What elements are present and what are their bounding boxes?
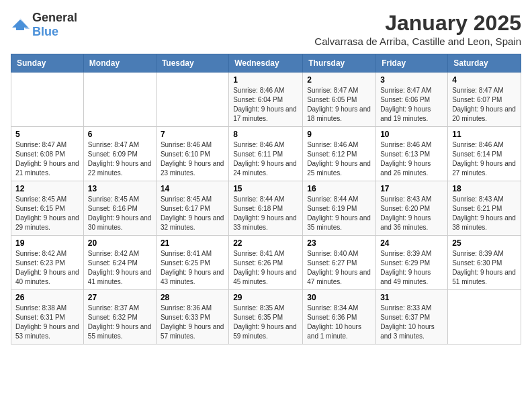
calendar-day-cell: 4Sunrise: 8:47 AMSunset: 6:07 PMDaylight…: [448, 73, 521, 127]
day-info: Sunrise: 8:47 AMSunset: 6:08 PMDaylight:…: [15, 140, 79, 178]
calendar-day-cell: 3Sunrise: 8:47 AMSunset: 6:06 PMDaylight…: [376, 73, 448, 127]
day-info: Sunrise: 8:47 AMSunset: 6:09 PMDaylight:…: [88, 140, 152, 178]
day-info: Sunrise: 8:46 AMSunset: 6:13 PMDaylight:…: [380, 140, 443, 178]
day-info: Sunrise: 8:44 AMSunset: 6:18 PMDaylight:…: [233, 195, 298, 232]
day-number: 3: [380, 75, 443, 85]
calendar-day-cell: 16Sunrise: 8:44 AMSunset: 6:19 PMDayligh…: [303, 181, 376, 236]
day-number: 27: [88, 293, 152, 302]
day-number: 26: [15, 293, 79, 302]
calendar-day-cell: 26Sunrise: 8:38 AMSunset: 6:31 PMDayligh…: [11, 290, 84, 345]
day-info: Sunrise: 8:40 AMSunset: 6:27 PMDaylight:…: [307, 249, 371, 287]
day-info: Sunrise: 8:42 AMSunset: 6:23 PMDaylight:…: [15, 249, 79, 287]
calendar-day-cell: 14Sunrise: 8:45 AMSunset: 6:17 PMDayligh…: [156, 181, 228, 236]
day-info: Sunrise: 8:46 AMSunset: 6:12 PMDaylight:…: [307, 140, 371, 178]
calendar-day-cell: 8Sunrise: 8:46 AMSunset: 6:11 PMDaylight…: [229, 127, 303, 181]
day-info: Sunrise: 8:45 AMSunset: 6:15 PMDaylight:…: [15, 195, 79, 232]
day-number: 22: [233, 238, 298, 248]
day-info: Sunrise: 8:34 AMSunset: 6:36 PMDaylight:…: [307, 304, 371, 341]
day-number: 7: [161, 130, 224, 139]
calendar-day-cell: 9Sunrise: 8:46 AMSunset: 6:12 PMDaylight…: [303, 127, 376, 181]
day-number: 10: [380, 130, 443, 139]
calendar-day-cell: 7Sunrise: 8:46 AMSunset: 6:10 PMDaylight…: [156, 127, 228, 181]
day-info: Sunrise: 8:47 AMSunset: 6:06 PMDaylight:…: [380, 86, 443, 124]
day-number: 19: [15, 238, 79, 248]
day-number: 1: [233, 75, 298, 85]
logo-icon: [11, 18, 30, 32]
calendar-day-cell: 19Sunrise: 8:42 AMSunset: 6:23 PMDayligh…: [11, 236, 84, 290]
calendar-day-cell: 12Sunrise: 8:45 AMSunset: 6:15 PMDayligh…: [11, 181, 84, 236]
weekday-header: Saturday: [448, 54, 521, 73]
weekday-header-row: SundayMondayTuesdayWednesdayThursdayFrid…: [11, 54, 521, 73]
logo: General Blue: [11, 11, 77, 39]
day-number: 23: [307, 238, 371, 248]
day-number: 16: [307, 184, 371, 193]
month-title: January 2025: [314, 11, 521, 36]
day-number: 15: [233, 184, 298, 193]
day-info: Sunrise: 8:47 AMSunset: 6:05 PMDaylight:…: [307, 86, 371, 124]
calendar-day-cell: [11, 73, 84, 127]
day-number: 30: [307, 293, 371, 302]
calendar-day-cell: 25Sunrise: 8:39 AMSunset: 6:30 PMDayligh…: [448, 236, 521, 290]
calendar-day-cell: [448, 290, 521, 345]
calendar-day-cell: 13Sunrise: 8:45 AMSunset: 6:16 PMDayligh…: [83, 181, 156, 236]
day-number: 9: [307, 130, 371, 139]
day-info: Sunrise: 8:39 AMSunset: 6:29 PMDaylight:…: [380, 249, 443, 287]
day-number: 12: [15, 184, 79, 193]
weekday-header: Wednesday: [229, 54, 303, 73]
calendar-day-cell: 27Sunrise: 8:37 AMSunset: 6:32 PMDayligh…: [83, 290, 156, 345]
calendar-day-cell: 28Sunrise: 8:36 AMSunset: 6:33 PMDayligh…: [156, 290, 228, 345]
day-number: 21: [161, 238, 224, 248]
day-number: 25: [452, 238, 517, 248]
calendar-day-cell: 21Sunrise: 8:41 AMSunset: 6:25 PMDayligh…: [156, 236, 228, 290]
logo-blue: Blue: [32, 25, 58, 38]
calendar-day-cell: 20Sunrise: 8:42 AMSunset: 6:24 PMDayligh…: [83, 236, 156, 290]
day-info: Sunrise: 8:47 AMSunset: 6:07 PMDaylight:…: [452, 86, 517, 124]
calendar-day-cell: 1Sunrise: 8:46 AMSunset: 6:04 PMDaylight…: [229, 73, 303, 127]
calendar-day-cell: 10Sunrise: 8:46 AMSunset: 6:13 PMDayligh…: [376, 127, 448, 181]
day-info: Sunrise: 8:41 AMSunset: 6:26 PMDaylight:…: [233, 249, 298, 287]
calendar-day-cell: [156, 73, 228, 127]
day-number: 13: [88, 184, 152, 193]
day-number: 8: [233, 130, 298, 139]
day-info: Sunrise: 8:46 AMSunset: 6:04 PMDaylight:…: [233, 86, 298, 124]
day-number: 18: [452, 184, 517, 193]
day-number: 17: [380, 184, 443, 193]
day-number: 28: [161, 293, 224, 302]
day-number: 24: [380, 238, 443, 248]
day-info: Sunrise: 8:43 AMSunset: 6:21 PMDaylight:…: [452, 195, 517, 232]
day-number: 14: [161, 184, 224, 193]
weekday-header: Tuesday: [156, 54, 228, 73]
weekday-header: Sunday: [11, 54, 84, 73]
calendar-day-cell: 22Sunrise: 8:41 AMSunset: 6:26 PMDayligh…: [229, 236, 303, 290]
day-info: Sunrise: 8:33 AMSunset: 6:37 PMDaylight:…: [380, 304, 443, 341]
calendar-day-cell: 17Sunrise: 8:43 AMSunset: 6:20 PMDayligh…: [376, 181, 448, 236]
calendar-week-row: 26Sunrise: 8:38 AMSunset: 6:31 PMDayligh…: [11, 290, 521, 345]
day-info: Sunrise: 8:36 AMSunset: 6:33 PMDaylight:…: [161, 304, 224, 341]
calendar-week-row: 5Sunrise: 8:47 AMSunset: 6:08 PMDaylight…: [11, 127, 521, 181]
day-info: Sunrise: 8:45 AMSunset: 6:16 PMDaylight:…: [88, 195, 152, 232]
day-number: 5: [15, 130, 79, 139]
weekday-header: Monday: [83, 54, 156, 73]
calendar-day-cell: 2Sunrise: 8:47 AMSunset: 6:05 PMDaylight…: [303, 73, 376, 127]
calendar-week-row: 1Sunrise: 8:46 AMSunset: 6:04 PMDaylight…: [11, 73, 521, 127]
calendar-day-cell: 11Sunrise: 8:46 AMSunset: 6:14 PMDayligh…: [448, 127, 521, 181]
calendar-day-cell: 30Sunrise: 8:34 AMSunset: 6:36 PMDayligh…: [303, 290, 376, 345]
day-number: 2: [307, 75, 371, 85]
calendar-day-cell: 5Sunrise: 8:47 AMSunset: 6:08 PMDaylight…: [11, 127, 84, 181]
day-info: Sunrise: 8:39 AMSunset: 6:30 PMDaylight:…: [452, 249, 517, 287]
day-info: Sunrise: 8:43 AMSunset: 6:20 PMDaylight:…: [380, 195, 443, 232]
day-info: Sunrise: 8:42 AMSunset: 6:24 PMDaylight:…: [88, 249, 152, 287]
calendar-day-cell: 18Sunrise: 8:43 AMSunset: 6:21 PMDayligh…: [448, 181, 521, 236]
day-info: Sunrise: 8:46 AMSunset: 6:14 PMDaylight:…: [452, 140, 517, 178]
day-number: 20: [88, 238, 152, 248]
day-info: Sunrise: 8:45 AMSunset: 6:17 PMDaylight:…: [161, 195, 224, 232]
day-info: Sunrise: 8:46 AMSunset: 6:11 PMDaylight:…: [233, 140, 298, 178]
logo-general: General: [32, 11, 77, 24]
calendar-day-cell: 29Sunrise: 8:35 AMSunset: 6:35 PMDayligh…: [229, 290, 303, 345]
weekday-header: Thursday: [303, 54, 376, 73]
page-header: General Blue January 2025 Calvarrasa de …: [11, 11, 521, 47]
day-number: 4: [452, 75, 517, 85]
day-number: 6: [88, 130, 152, 139]
calendar-day-cell: [83, 73, 156, 127]
day-info: Sunrise: 8:46 AMSunset: 6:10 PMDaylight:…: [161, 140, 224, 178]
